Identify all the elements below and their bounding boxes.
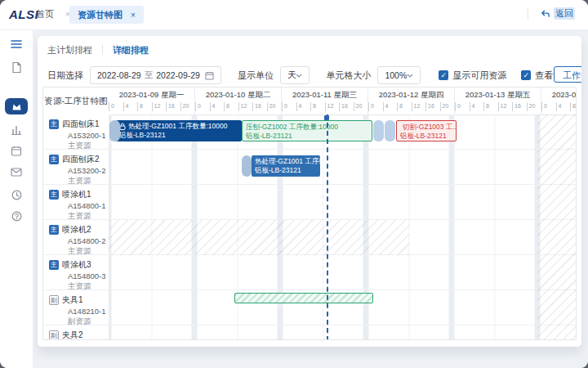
resource-name: 喷涂机3 <box>62 259 91 271</box>
checkbox-checked-icon: ✓ <box>439 70 448 80</box>
work-overview-button[interactable]: 工作一览 <box>554 66 581 83</box>
resource-row[interactable]: 主四面刨床1 A153200-1 主资源 <box>43 114 109 150</box>
sub-resource-badge: 副 <box>49 330 59 339</box>
tab-resource-gantt[interactable]: 资源甘特图× <box>69 6 144 24</box>
hour-ticks: 048121620 <box>368 101 454 114</box>
task-bar[interactable]: 热处理-GZ1001 工序数量... 铝板-LB-23121 <box>252 155 320 177</box>
checkbox-checked-icon: ✓ <box>521 70 531 80</box>
bar-resize-handle[interactable] <box>385 120 395 141</box>
planned-slot-bar[interactable] <box>234 293 373 303</box>
bar-resize-handle[interactable] <box>109 120 120 141</box>
hour-ticks: 048121620 <box>455 101 541 114</box>
hour-ticks: 048121620 <box>282 101 368 114</box>
back-label: 返回 <box>554 7 575 20</box>
lock-icon <box>119 123 126 130</box>
subtabs: 主计划排程 详细排程 <box>47 43 149 57</box>
tab-home-label: 首页 <box>36 9 54 19</box>
hour-ticks: 048121620 <box>541 101 576 114</box>
chevron-down-icon <box>296 74 302 78</box>
alsi-logo: ALSI <box>9 7 38 21</box>
day-column-header: 2023-01-12 星期四 048121620 <box>368 88 455 114</box>
cell-size-label: 单元格大小 <box>326 70 371 82</box>
resource-name: 夹具1 <box>62 294 83 306</box>
toolbar: 日期选择 2022-08-29 至 2022-09-29 显示单位 天 单元格大… <box>47 65 581 85</box>
resource-row[interactable]: 副夹具1 A148210-1 副资源 <box>43 290 109 325</box>
hour-ticks: 048121620 <box>109 101 194 114</box>
unit-label: 显示单位 <box>238 70 274 82</box>
resource-code: A153200-2 <box>68 166 109 175</box>
tab-detail-schedule[interactable]: 详细排程 <box>113 44 149 56</box>
resource-code: A153200-1 <box>68 131 109 140</box>
back-arrow-icon <box>540 8 550 19</box>
resource-row[interactable]: 主四面刨床2 A153200-2 主资源 <box>43 150 109 185</box>
gantt-corner-label: 资源-工序甘特图 <box>43 88 109 115</box>
date-range-input[interactable]: 2022-08-29 至 2022-09-29 <box>90 66 221 84</box>
resource-code: A154800-2 <box>68 236 109 245</box>
resource-name: 夹具2 <box>62 330 83 339</box>
date-separator: 至 <box>145 70 154 81</box>
gantt-date-header: 2023-01-09 星期一 048121620 2023-01-10 星期二 … <box>109 88 576 115</box>
menu-icon[interactable] <box>0 36 33 52</box>
calendar-icon[interactable] <box>0 142 33 159</box>
close-icon[interactable]: × <box>131 11 136 20</box>
show-available-checkbox[interactable]: ✓ 显示可用资源 <box>439 70 506 82</box>
divider <box>102 45 103 55</box>
main-resource-badge: 主 <box>49 119 59 129</box>
unavailable-time-region <box>109 220 409 255</box>
sidebar-item-gantt[interactable] <box>5 98 28 114</box>
document-icon[interactable] <box>0 59 33 75</box>
bar-resize-handle[interactable] <box>242 155 252 177</box>
gantt-body: 热处理-GZ1001 工序数量:10000 铝板-LB-23121 压刨-GZ1… <box>109 114 576 339</box>
resource-row[interactable]: 主喷涂机2 A154800-2 主资源 <box>43 220 109 255</box>
resource-list: 主四面刨床1 A153200-1 主资源 主四面刨床2 A153200-2 主资… <box>43 114 109 339</box>
cell-size-select[interactable]: 100% <box>377 66 421 84</box>
clock-icon[interactable] <box>0 186 33 203</box>
tab-home[interactable]: 首页× <box>36 8 70 20</box>
help-icon[interactable] <box>0 208 33 224</box>
chart-icon[interactable] <box>0 121 33 137</box>
cell-size-value: 100% <box>385 70 407 80</box>
day-column-header: 2023-01-13 星期五 048121620 <box>455 88 541 114</box>
current-time-line <box>327 114 328 339</box>
main-resource-badge: 主 <box>49 155 59 164</box>
resource-name: 四面刨床1 <box>62 119 100 130</box>
tab-resource-gantt-label: 资源甘特图 <box>78 9 122 21</box>
resource-name: 四面刨床2 <box>62 154 100 165</box>
unit-select[interactable]: 天 <box>280 66 310 84</box>
sub-resource-badge: 副 <box>49 295 59 305</box>
unavailable-time-region <box>537 114 576 339</box>
crown-icon <box>11 102 22 111</box>
resource-row[interactable]: 副夹具2 <box>43 325 109 339</box>
resource-name: 喷涂机1 <box>62 189 91 200</box>
top-bar: ALSI 首页× 资源甘特图× 返回 <box>0 0 588 30</box>
task-bar-error[interactable]: 切割-GZ1003 工... 铝板-LB-23121 <box>396 120 457 141</box>
current-time-marker <box>324 115 329 120</box>
main-resource-badge: 主 <box>49 225 59 235</box>
date-to: 2022-09-29 <box>156 70 200 80</box>
back-button[interactable]: 返回 <box>528 7 575 20</box>
task-bar-locked[interactable]: 热处理-GZ1001 工序数量:10000 铝板-LB-23121 <box>116 120 242 141</box>
sidebar <box>0 29 33 368</box>
unit-value: 天 <box>287 70 296 81</box>
bar-resize-handle[interactable] <box>373 120 384 141</box>
show-available-label: 显示可用资源 <box>452 70 506 82</box>
main-resource-badge: 主 <box>49 260 59 270</box>
resource-code: A154800-3 <box>68 272 109 280</box>
day-column-header: 2023-01-11 星期三 048121620 <box>282 88 368 114</box>
date-range-label: 日期选择 <box>47 70 83 82</box>
mail-icon[interactable] <box>0 164 33 180</box>
tab-master-schedule[interactable]: 主计划排程 <box>47 44 92 56</box>
task-bar-selected[interactable]: 压刨-GZ1002 工序数量:10000 铝板-LB-23121 <box>242 120 372 141</box>
resource-row[interactable]: 主喷涂机3 A154800-3 主资源 <box>43 255 109 290</box>
resource-row[interactable]: 主喷涂机1 A154800-1 主资源 <box>43 185 109 220</box>
day-column-header: 2023-01-14 星期六 048121620 <box>541 88 576 114</box>
calendar-icon <box>205 71 214 80</box>
hour-ticks: 048121620 <box>195 101 281 114</box>
date-from: 2022-08-29 <box>97 70 141 80</box>
content-area: 主计划排程 详细排程 日期选择 2022-08-29 至 2022-09-29 … <box>33 29 588 368</box>
main-panel: 主计划排程 详细排程 日期选择 2022-08-29 至 2022-09-29 … <box>38 36 581 347</box>
divider <box>528 8 528 20</box>
gantt-chart: 资源-工序甘特图 2023-01-09 星期一 048121620 2023-0… <box>42 87 577 340</box>
main-resource-badge: 主 <box>49 190 59 200</box>
day-column-header: 2023-01-10 星期二 048121620 <box>195 88 282 114</box>
